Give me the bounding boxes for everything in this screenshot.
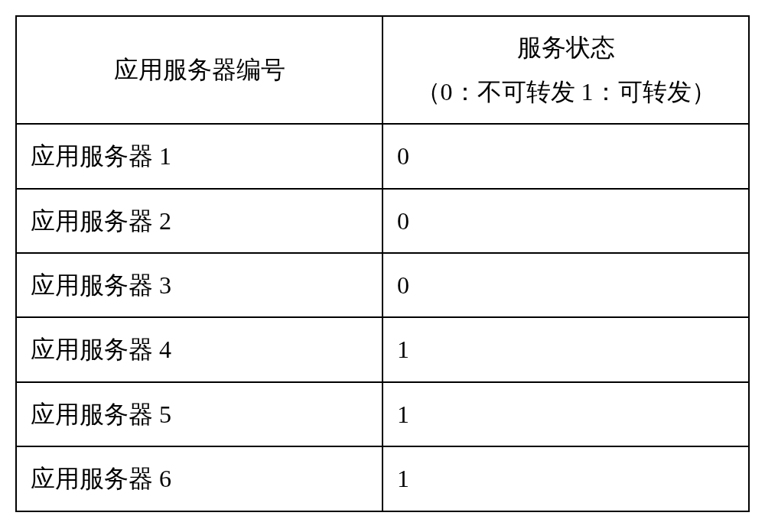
table-body: 应用服务器 1 0 应用服务器 2 0 应用服务器 3 0 应用服务器 4 1 … [16, 124, 749, 511]
header-server-id: 应用服务器编号 [16, 16, 382, 124]
table-row: 应用服务器 4 1 [16, 317, 749, 381]
cell-server: 应用服务器 4 [16, 317, 382, 381]
header-col1-text: 应用服务器编号 [114, 56, 285, 83]
table-row: 应用服务器 3 0 [16, 253, 749, 317]
cell-server: 应用服务器 5 [16, 382, 382, 446]
table-header: 应用服务器编号 服务状态 （0：不可转发 1：可转发） [16, 16, 749, 124]
table-row: 应用服务器 6 1 [16, 446, 749, 511]
cell-server: 应用服务器 2 [16, 189, 382, 253]
cell-status: 1 [382, 446, 749, 511]
cell-server: 应用服务器 3 [16, 253, 382, 317]
table-row: 应用服务器 2 0 [16, 189, 749, 253]
header-col2-line2: （0：不可转发 1：可转发） [391, 70, 741, 115]
table-header-row: 应用服务器编号 服务状态 （0：不可转发 1：可转发） [16, 16, 749, 124]
table-row: 应用服务器 1 0 [16, 124, 749, 188]
table: 应用服务器编号 服务状态 （0：不可转发 1：可转发） 应用服务器 1 0 应用… [15, 15, 750, 512]
table-row: 应用服务器 5 1 [16, 382, 749, 446]
cell-server: 应用服务器 1 [16, 124, 382, 188]
header-col2-line1: 服务状态 [391, 26, 741, 70]
cell-status: 1 [382, 317, 749, 381]
server-status-table: 应用服务器编号 服务状态 （0：不可转发 1：可转发） 应用服务器 1 0 应用… [15, 15, 750, 512]
cell-status: 0 [382, 253, 749, 317]
cell-status: 1 [382, 382, 749, 446]
cell-server: 应用服务器 6 [16, 446, 382, 511]
cell-status: 0 [382, 189, 749, 253]
cell-status: 0 [382, 124, 749, 188]
header-status: 服务状态 （0：不可转发 1：可转发） [382, 16, 749, 124]
